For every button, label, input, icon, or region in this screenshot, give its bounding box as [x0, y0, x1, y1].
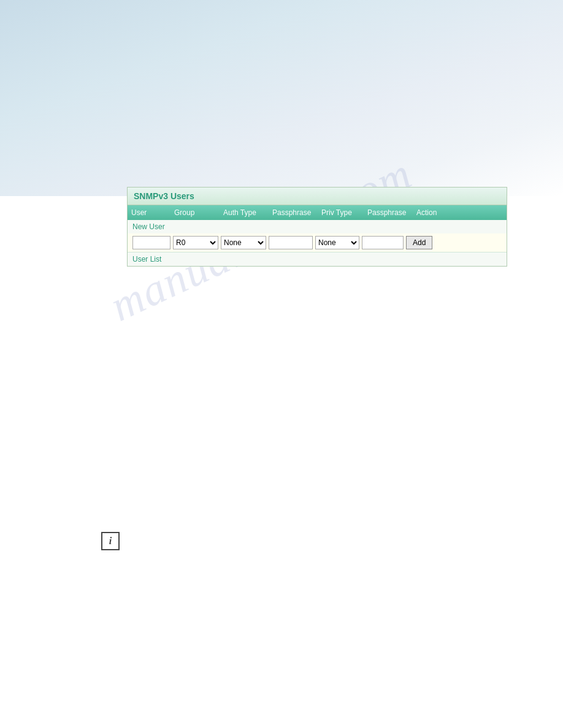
- passphrase1-input[interactable]: [269, 236, 313, 249]
- header-priv-type: Priv Type: [318, 205, 364, 220]
- header-user: User: [128, 205, 170, 220]
- header-action: Action: [413, 205, 450, 220]
- auth-type-select[interactable]: NoneMD5SHA: [221, 236, 266, 249]
- priv-type-select[interactable]: NoneDESAES: [315, 236, 359, 249]
- table-header: User Group Auth Type Passphrase Priv Typ…: [128, 205, 507, 220]
- user-input[interactable]: [132, 236, 170, 249]
- new-user-label: New User: [128, 220, 507, 233]
- snmpv3-panel: SNMPv3 Users User Group Auth Type Passph…: [127, 187, 507, 267]
- passphrase2-input[interactable]: [362, 236, 404, 249]
- header-passphrase2: Passphrase: [364, 205, 413, 220]
- header-auth-type: Auth Type: [220, 205, 269, 220]
- info-icon: i: [101, 532, 120, 550]
- add-button[interactable]: Add: [406, 236, 432, 249]
- user-list-label: User List: [128, 252, 507, 266]
- panel-title: SNMPv3 Users: [128, 188, 507, 205]
- group-select[interactable]: R0R1R2: [173, 236, 218, 249]
- header-passphrase1: Passphrase: [269, 205, 318, 220]
- header-group: Group: [170, 205, 220, 220]
- background-gradient: [0, 0, 563, 196]
- new-user-input-row: R0R1R2 NoneMD5SHA NoneDESAES Add: [128, 233, 507, 252]
